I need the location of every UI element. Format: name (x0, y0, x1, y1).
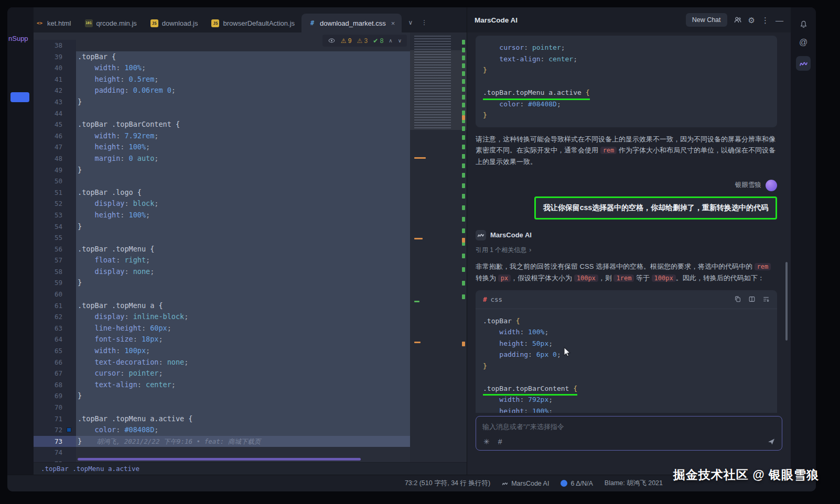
tab-ket.html[interactable]: <>ket.html (34, 14, 78, 32)
chat-scrollbar[interactable] (785, 262, 788, 341)
chat-panel-header: MarsCode AI New Chat ⚙ ⋮ — (467, 7, 791, 32)
notifications-bell-icon[interactable] (799, 20, 808, 29)
minjs-file-icon: 101 (85, 19, 93, 27)
code-line-72[interactable]: 72 color: #08408D; (34, 424, 410, 436)
ide-screenshot: nSupp <>ket.html101qrcode.min.jsJSdownlo… (0, 0, 840, 504)
minimize-icon[interactable]: — (776, 16, 783, 24)
left-strip-active-indicator[interactable] (10, 92, 29, 102)
minimap-viewport[interactable] (410, 50, 467, 130)
right-tool-strip: @ (791, 7, 816, 475)
code-line-60[interactable]: 60 (34, 289, 410, 300)
color-swatch[interactable] (67, 428, 71, 432)
reference-toggle[interactable]: 引用 1 个相关信息 › (476, 246, 777, 255)
code-line-52[interactable]: 52 display: block; (34, 198, 410, 210)
code-line-50[interactable]: 50 (34, 176, 410, 187)
code-line-69[interactable]: 69} (34, 390, 410, 402)
inspections-widget[interactable]: ⚠ 9 ⚠ 3 ✔ 8 ∧ ∨ (322, 35, 407, 47)
status-blame: Blame: 胡鸿飞 2021 (605, 479, 663, 488)
user-message-header: 银眼雪狼 (476, 180, 777, 191)
html-file-icon: <> (36, 19, 44, 27)
chat-input-box[interactable]: ✳ # (476, 416, 782, 451)
code-line-59[interactable]: 59} (34, 277, 410, 289)
insert-code-icon[interactable] (762, 295, 770, 303)
marscode-ai-panel: MarsCode AI New Chat ⚙ ⋮ — cursor: p (467, 7, 791, 475)
more-kebab-icon[interactable]: ⋮ (761, 16, 769, 24)
code-line-58[interactable]: 58 display: none; (34, 266, 410, 278)
status-changes[interactable]: 6 Δ/N/A (561, 480, 593, 487)
code-line-44[interactable]: 44 (34, 108, 410, 119)
check-icon: ✔ (373, 37, 378, 45)
tab-download.js[interactable]: JSdownload.js (144, 14, 205, 32)
user-avatar (766, 180, 777, 191)
code-line-61[interactable]: 61.topBar .topMenu a { (34, 300, 410, 312)
warnings-count[interactable]: ⚠ 9 (341, 37, 352, 45)
share-users-icon[interactable] (734, 16, 742, 24)
close-tab-icon[interactable]: × (391, 19, 395, 27)
code-line-45[interactable]: 45.topBar .topBarContent { (34, 119, 410, 130)
minimap[interactable] (410, 32, 467, 462)
tab-qrcode.min.js[interactable]: 101qrcode.min.js (78, 14, 144, 32)
editor-lines: 3839.topBar {40 width: 100%;41 height: 0… (34, 40, 410, 462)
code-line-56[interactable]: 56.topBar .topMenu { (34, 244, 410, 255)
code-line-46[interactable]: 46 width: 7.92rem; (34, 130, 410, 142)
settings-gear-icon[interactable]: ⚙ (748, 16, 755, 24)
tab-list-chevron-down-icon[interactable]: ∨ (408, 19, 413, 26)
code-line-43[interactable]: 43} (34, 96, 410, 108)
code-line-53[interactable]: 53 height: 100%; (34, 210, 410, 221)
code-line-62[interactable]: 62 display: inline-block; (34, 311, 410, 323)
code-line-48[interactable]: 48 margin: 0 auto; (34, 153, 410, 165)
chat-code-block-bottom: # css (476, 290, 777, 413)
tab-download_market.css[interactable]: #download_market.css× (301, 14, 402, 32)
warning-icon: ⚠ (357, 37, 362, 45)
chat-input[interactable] (482, 423, 731, 431)
code-line-63[interactable]: 63 line-height: 60px; (34, 323, 410, 334)
command-icon[interactable]: ✳ (483, 437, 490, 446)
ide-window: nSupp <>ket.html101qrcode.min.jsJSdownlo… (7, 7, 816, 491)
passed-count[interactable]: ✔ 8 (373, 37, 383, 45)
left-strip-label[interactable]: nSupp (8, 35, 33, 42)
code-line-54[interactable]: 54} (34, 221, 410, 233)
code-line-71[interactable]: 71.topBar .topMenu a.active { (34, 413, 410, 425)
code-line-64[interactable]: 64 font-size: 18px; (34, 334, 410, 345)
code-line-40[interactable]: 40 width: 100%; (34, 62, 410, 74)
code-line-66[interactable]: 66 text-decoration: none; (34, 357, 410, 368)
code-line-42[interactable]: 42 padding: 0.06rem 0; (34, 85, 410, 96)
mention-icon[interactable]: @ (799, 38, 807, 47)
code-line-55[interactable]: 55 (34, 232, 410, 244)
code-line-49[interactable]: 49} (34, 165, 410, 176)
chat-code-top-lines: cursor: pointer; text-align: center;}.to… (476, 36, 777, 127)
status-marscode[interactable]: MarsCode AI (502, 480, 549, 487)
js-file-icon: JS (211, 19, 219, 27)
tab-browserDefaultAction.js[interactable]: JSbrowserDefaultAction.js (204, 14, 301, 32)
send-icon[interactable] (767, 437, 776, 446)
new-chat-button[interactable]: New Chat (686, 13, 727, 27)
assistant-note-paragraph: 请注意，这种转换可能会导致样式在不同设备上的显示效果不一致，因为不同设备的屏幕分… (476, 134, 777, 167)
highlighting-eye-icon[interactable] (328, 37, 336, 45)
copy-code-icon[interactable] (734, 295, 741, 303)
code-line-74[interactable]: 74 (34, 447, 410, 458)
caret-position[interactable]: 73:2 (510 字符, 34 行 换行符) (405, 479, 490, 488)
weak-warnings-count[interactable]: ⚠ 3 (357, 37, 368, 45)
tab-options-kebab-icon[interactable]: ⋮ (421, 19, 427, 26)
marscode-tool-window-icon[interactable] (796, 56, 811, 71)
breadcrumb[interactable]: .topBar .topMenu a.active (34, 462, 467, 475)
code-line-65[interactable]: 65 width: 100px; (34, 345, 410, 357)
next-issue-chevron-down-icon[interactable]: ∨ (398, 38, 402, 43)
code-line-51[interactable]: 51.topBar .logo { (34, 187, 410, 199)
code-line-41[interactable]: 41 height: 0.5rem; (34, 74, 410, 85)
context-hash-icon[interactable]: # (498, 437, 502, 446)
diff-code-icon[interactable] (748, 295, 756, 303)
editor-tab-bar: <>ket.html101qrcode.min.jsJSdownload.jsJ… (34, 7, 467, 32)
code-line-57[interactable]: 57 float: right; (34, 255, 410, 266)
code-line-73[interactable]: 73}胡鸿飞, 2021/2/22 下午9:16 • feat: 商城下载页 (34, 436, 410, 447)
code-line-70[interactable]: 70 (34, 402, 410, 413)
warning-icon: ⚠ (341, 37, 347, 45)
code-editor[interactable]: 3839.topBar {40 width: 100%;41 height: 0… (34, 32, 410, 462)
code-line-39[interactable]: 39.topBar { (34, 51, 410, 63)
code-line-68[interactable]: 68 text-align: center; (34, 379, 410, 391)
tab-bar-tabs: <>ket.html101qrcode.min.jsJSdownload.jsJ… (34, 7, 402, 32)
code-line-67[interactable]: 67 cursor: pointer; (34, 368, 410, 379)
horizontal-scrollbar[interactable] (78, 458, 361, 461)
code-line-47[interactable]: 47 height: 100%; (34, 141, 410, 153)
prev-issue-chevron-up-icon[interactable]: ∧ (389, 38, 392, 43)
